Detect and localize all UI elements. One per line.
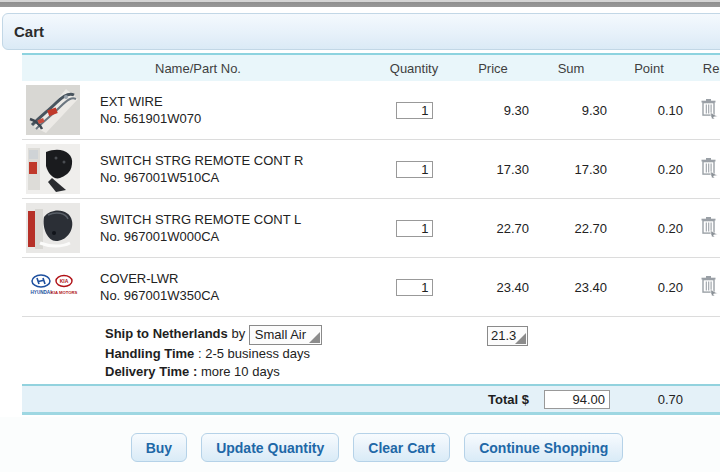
price-value: 17.30 <box>454 162 532 177</box>
col-header-price: Price <box>454 61 532 76</box>
product-name: SWITCH STRG REMOTE CONT R <box>100 152 303 169</box>
shipping-section: Ship to Netherlands by Small Air Handlin… <box>22 317 720 384</box>
price-value: 23.40 <box>454 280 532 295</box>
page-title: Cart <box>14 23 44 40</box>
product-part-no: No. 967001W510CA <box>100 169 303 186</box>
shipping-method-select[interactable]: Small Air <box>249 325 322 345</box>
cart-table: Name/Part No. Quantity Price Sum Point R… <box>22 53 720 415</box>
col-header-name: Name/Part No. <box>22 61 374 76</box>
quantity-input[interactable] <box>396 161 433 178</box>
sum-value: 22.70 <box>532 221 610 236</box>
handling-time-value: : 2-5 business days <box>198 346 310 361</box>
product-image-wire-harness <box>26 85 80 135</box>
total-label: Total $ <box>22 392 532 407</box>
delivery-time-label: Delivery Time : <box>105 364 197 379</box>
cart-page: Cart Name/Part No. Quantity Price Sum Po… <box>0 0 720 472</box>
remove-item-icon[interactable] <box>700 98 718 119</box>
continue-shopping-button[interactable]: Continue Shopping <box>464 433 623 462</box>
handling-time-line: Handling Time : 2-5 business days <box>105 345 720 363</box>
product-image-hyundai-kia-logos: HYUNDAI KIA KIA MOTORS <box>26 262 80 312</box>
price-value: 9.30 <box>454 103 532 118</box>
remove-item-icon[interactable] <box>700 157 718 178</box>
point-value: 0.10 <box>610 103 688 118</box>
remove-item-icon[interactable] <box>700 216 718 237</box>
quantity-input[interactable] <box>396 102 433 119</box>
product-image-switch-right <box>26 144 80 194</box>
total-points: 0.70 <box>610 392 688 407</box>
ship-to-line: Ship to Netherlands by Small Air <box>105 325 720 345</box>
price-value: 22.70 <box>454 221 532 236</box>
browser-top-strip <box>0 0 720 7</box>
shipping-price-value: 21.3 <box>491 327 516 345</box>
point-value: 0.20 <box>610 221 688 236</box>
ship-to-label: Ship to Netherlands <box>105 326 228 341</box>
col-header-sum: Sum <box>532 61 610 76</box>
delivery-time-line: Delivery Time : more 10 days <box>105 363 720 381</box>
cart-item-row: HYUNDAI KIA KIA MOTORS COVER-LWR No. 967… <box>22 258 720 317</box>
cart-item-row: EXT WIRE No. 561901W070 9.30 9.30 0.10 <box>22 81 720 140</box>
footer-area: Buy Update Quantity Clear Cart Continue … <box>0 417 720 472</box>
update-quantity-button[interactable]: Update Quantity <box>201 433 339 462</box>
cart-item-row: SWITCH STRG REMOTE CONT R No. 967001W510… <box>22 140 720 199</box>
product-image-switch-left <box>26 203 80 253</box>
table-header-row: Name/Part No. Quantity Price Sum Point R… <box>22 53 720 81</box>
product-name: COVER-LWR <box>100 270 219 287</box>
product-part-no: No. 561901W070 <box>100 110 201 127</box>
quantity-input[interactable] <box>396 279 433 296</box>
point-value: 0.20 <box>610 162 688 177</box>
cart-title-bar: Cart <box>2 13 720 50</box>
total-row: Total $ 0.70 <box>22 384 720 415</box>
action-buttons: Buy Update Quantity Clear Cart Continue … <box>17 433 720 462</box>
shipping-price-select[interactable]: 21.3 <box>487 326 528 346</box>
buy-button[interactable]: Buy <box>131 433 187 462</box>
col-header-quantity: Quantity <box>374 61 454 76</box>
col-header-remove: Remove <box>688 61 720 76</box>
svg-text:KIA: KIA <box>60 278 69 284</box>
product-part-no: No. 967001W350CA <box>100 287 219 304</box>
shipping-method-value: Small Air <box>255 326 306 344</box>
svg-text:KIA MOTORS: KIA MOTORS <box>51 290 78 295</box>
by-label: by <box>231 326 245 341</box>
dropdown-triangle-icon <box>515 333 526 344</box>
sum-value: 9.30 <box>532 103 610 118</box>
product-name: SWITCH STRG REMOTE CONT L <box>100 211 301 228</box>
svg-text:HYUNDAI: HYUNDAI <box>31 290 52 295</box>
sum-value: 23.40 <box>532 280 610 295</box>
col-header-point: Point <box>610 61 688 76</box>
product-part-no: No. 967001W000CA <box>100 228 301 245</box>
delivery-time-value: more 10 days <box>201 364 280 379</box>
clear-cart-button[interactable]: Clear Cart <box>353 433 450 462</box>
dropdown-triangle-icon <box>309 332 320 343</box>
total-amount-input[interactable] <box>544 390 610 409</box>
handling-time-label: Handling Time <box>105 346 194 361</box>
product-name: EXT WIRE <box>100 93 201 110</box>
remove-item-icon[interactable] <box>700 275 718 296</box>
point-value: 0.20 <box>610 280 688 295</box>
sum-value: 17.30 <box>532 162 610 177</box>
quantity-input[interactable] <box>396 220 433 237</box>
cart-item-row: SWITCH STRG REMOTE CONT L No. 967001W000… <box>22 199 720 258</box>
